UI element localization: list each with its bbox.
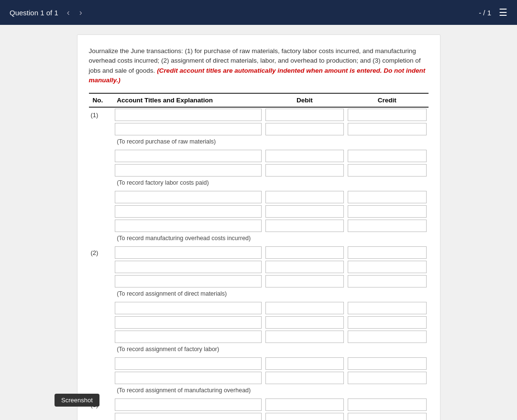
top-bar-right: - / 1 ☰ (479, 7, 507, 18)
page-count: - / 1 (479, 9, 491, 17)
table-row: (2) (89, 245, 429, 260)
entry-note: (To record manufacturing overhead costs … (113, 233, 428, 245)
table-row (89, 356, 429, 371)
question-card: Journalize the June transactions: (1) fo… (77, 34, 440, 420)
table-row: (1) (89, 107, 429, 122)
credit-input-0[interactable] (348, 109, 426, 121)
header-debit: Debit (264, 93, 346, 107)
credit-input-2[interactable] (348, 150, 426, 162)
credit-input-15[interactable] (348, 398, 426, 411)
question-label: Question 1 of 1 (10, 9, 58, 17)
journal-table: No. Account Titles and Explanation Debit… (89, 93, 429, 420)
account-input-10[interactable] (115, 302, 261, 314)
credit-input-9[interactable] (348, 275, 426, 287)
credit-input-16[interactable] (348, 413, 426, 420)
account-input-2[interactable] (115, 150, 261, 162)
debit-input-9[interactable] (265, 275, 344, 287)
entry-note: (To record assignment of factory labor) (113, 344, 428, 356)
table-row (89, 330, 429, 344)
account-input-6[interactable] (115, 220, 261, 232)
list-button[interactable]: ☰ (499, 7, 507, 18)
debit-input-10[interactable] (265, 302, 344, 314)
debit-input-1[interactable] (265, 123, 344, 135)
nav-buttons: ‹ › (64, 7, 85, 19)
account-input-15[interactable] (115, 398, 261, 411)
account-input-3[interactable] (115, 164, 261, 177)
note-row: (To record manufacturing overhead costs … (89, 233, 429, 245)
table-row (89, 219, 429, 233)
table-row (89, 274, 429, 288)
note-row: (To record factory labor costs paid) (89, 177, 429, 190)
table-row (89, 371, 429, 385)
debit-input-5[interactable] (265, 205, 344, 218)
account-input-0[interactable] (115, 109, 261, 121)
entry-note: (To record assignment of manufacturing o… (113, 385, 428, 398)
credit-input-10[interactable] (348, 302, 426, 314)
section-label: (1) (89, 107, 113, 122)
account-input-11[interactable] (115, 316, 261, 329)
credit-input-11[interactable] (348, 316, 426, 329)
account-input-4[interactable] (115, 191, 261, 203)
debit-input-8[interactable] (265, 261, 344, 273)
debit-input-11[interactable] (265, 316, 344, 329)
table-row (89, 301, 429, 315)
instructions: Journalize the June transactions: (1) fo… (89, 46, 429, 85)
debit-input-12[interactable] (265, 331, 344, 343)
credit-input-12[interactable] (348, 331, 426, 343)
account-input-8[interactable] (115, 261, 261, 273)
credit-input-4[interactable] (348, 191, 426, 203)
prev-button[interactable]: ‹ (64, 7, 73, 19)
entry-note: (To record factory labor costs paid) (113, 177, 428, 190)
credit-input-8[interactable] (348, 261, 426, 273)
entry-note: (To record purchase of raw materials) (113, 136, 428, 149)
top-bar: Question 1 of 1 ‹ › - / 1 ☰ (0, 0, 517, 25)
table-row: (3) (89, 398, 429, 412)
credit-input-6[interactable] (348, 220, 426, 232)
table-row (89, 412, 429, 420)
debit-input-13[interactable] (265, 357, 344, 370)
account-input-5[interactable] (115, 205, 261, 218)
debit-input-4[interactable] (265, 191, 344, 203)
screenshot-label: Screenshot (61, 397, 93, 404)
account-input-13[interactable] (115, 357, 261, 370)
header-no: No. (89, 93, 113, 107)
header-account: Account Titles and Explanation (113, 93, 263, 107)
credit-input-13[interactable] (348, 357, 426, 370)
header-credit: Credit (346, 93, 428, 107)
next-button[interactable]: › (77, 7, 85, 19)
note-row: (To record assignment of manufacturing o… (89, 385, 429, 398)
table-row (89, 163, 429, 177)
account-input-7[interactable] (115, 246, 261, 259)
table-row (89, 260, 429, 274)
account-input-16[interactable] (115, 413, 261, 420)
main-content: Journalize the June transactions: (1) fo… (0, 25, 517, 420)
debit-input-2[interactable] (265, 150, 344, 162)
section-label: (2) (89, 245, 113, 260)
note-row: (To record assignment of direct material… (89, 288, 429, 301)
table-row (89, 122, 429, 136)
debit-input-16[interactable] (265, 413, 344, 420)
question-nav: Question 1 of 1 ‹ › (10, 7, 85, 19)
table-row (89, 190, 429, 204)
note-row: (To record purchase of raw materials) (89, 136, 429, 149)
table-row (89, 315, 429, 330)
debit-input-6[interactable] (265, 220, 344, 232)
account-input-14[interactable] (115, 372, 261, 384)
account-input-9[interactable] (115, 275, 261, 287)
credit-input-5[interactable] (348, 205, 426, 218)
credit-input-14[interactable] (348, 372, 426, 384)
table-row (89, 204, 429, 219)
debit-input-0[interactable] (265, 109, 344, 121)
account-input-1[interactable] (115, 123, 261, 135)
debit-input-14[interactable] (265, 372, 344, 384)
table-row (89, 149, 429, 163)
account-input-12[interactable] (115, 331, 261, 343)
debit-input-7[interactable] (265, 246, 344, 259)
debit-input-3[interactable] (265, 164, 344, 177)
note-row: (To record assignment of factory labor) (89, 344, 429, 356)
entry-note: (To record assignment of direct material… (113, 288, 428, 301)
credit-input-7[interactable] (348, 246, 426, 259)
credit-input-3[interactable] (348, 164, 426, 177)
debit-input-15[interactable] (265, 398, 344, 411)
credit-input-1[interactable] (348, 123, 426, 135)
